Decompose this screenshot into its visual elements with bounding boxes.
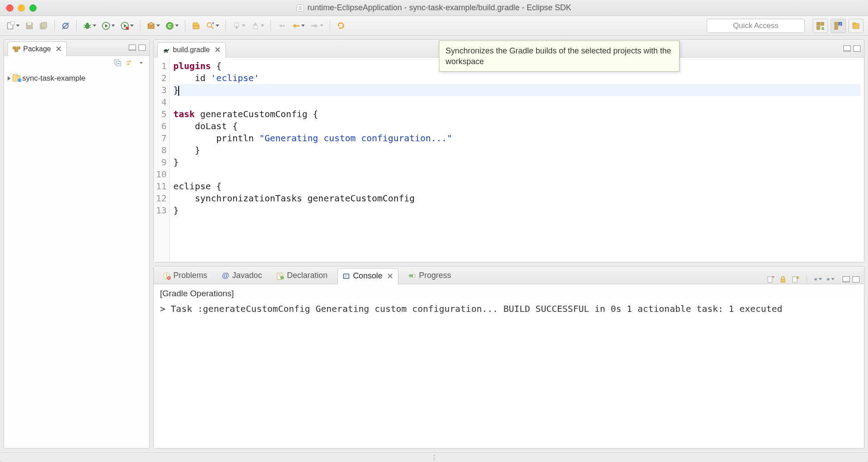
- display-console-button[interactable]: [814, 275, 822, 283]
- console-output[interactable]: > Task :generateCustomConfig Generating …: [154, 298, 864, 448]
- svg-rect-18: [126, 27, 129, 30]
- run-last-tool-button[interactable]: [119, 19, 135, 33]
- clear-console-button[interactable]: [766, 275, 774, 283]
- maximize-bottom-button[interactable]: [852, 276, 860, 282]
- collapse-all-button[interactable]: [114, 59, 122, 67]
- tooltip-text: Synchronizes the Gradle builds of the se…: [446, 46, 671, 66]
- scroll-lock-button[interactable]: [779, 275, 787, 283]
- minimize-editor-button[interactable]: [843, 45, 851, 52]
- code-area[interactable]: plugins { id 'eclipse' } task generateCu…: [170, 57, 864, 262]
- svg-point-24: [207, 23, 212, 27]
- minimize-view-button[interactable]: [129, 45, 136, 51]
- open-type-button[interactable]: [190, 19, 202, 33]
- svg-rect-3: [28, 23, 31, 25]
- svg-point-57: [167, 51, 168, 53]
- problems-tab[interactable]: Problems: [158, 268, 212, 284]
- editor-body[interactable]: 12345678910111213 plugins { id 'eclipse'…: [154, 57, 864, 262]
- console-icon: [342, 272, 350, 280]
- new-button[interactable]: [4, 19, 21, 33]
- svg-marker-27: [235, 27, 238, 29]
- svg-line-25: [211, 27, 213, 29]
- declaration-icon: [276, 272, 284, 280]
- svg-rect-1: [11, 21, 14, 25]
- javadoc-icon: @: [221, 272, 229, 280]
- svg-point-9: [86, 23, 89, 25]
- next-annotation-button[interactable]: [249, 19, 266, 33]
- maximize-view-button[interactable]: [139, 45, 146, 51]
- svg-rect-82: [827, 278, 829, 280]
- editor-tab-label: build.gradle: [173, 46, 210, 54]
- quick-access-field[interactable]: Quick Access: [707, 19, 805, 33]
- svg-marker-30: [279, 24, 282, 28]
- line-number-gutter: 12345678910111213: [154, 57, 170, 262]
- javadoc-tab[interactable]: @ Javadoc: [217, 268, 266, 284]
- svg-rect-23: [193, 26, 199, 29]
- maximize-window-button[interactable]: [29, 4, 37, 12]
- editor-panel: build.gradle ✕ Synchronizes the Gradle b…: [153, 39, 864, 262]
- declaration-tab[interactable]: Declaration: [272, 268, 332, 284]
- svg-text:C: C: [168, 23, 172, 29]
- forward-button[interactable]: [308, 19, 325, 33]
- project-tree-item[interactable]: sync-task-example: [8, 73, 146, 84]
- document-icon: [297, 4, 304, 12]
- svg-rect-28: [253, 25, 258, 29]
- pin-console-button[interactable]: [791, 275, 799, 283]
- search-button[interactable]: [204, 19, 221, 33]
- svg-rect-47: [13, 47, 16, 49]
- svg-rect-36: [817, 22, 820, 25]
- open-perspective-button[interactable]: +: [813, 19, 828, 33]
- svg-rect-73: [409, 275, 413, 277]
- debug-button[interactable]: [81, 19, 98, 33]
- progress-icon: [408, 272, 416, 280]
- refresh-gradle-button[interactable]: [335, 19, 347, 33]
- save-all-button[interactable]: [37, 19, 50, 33]
- progress-tab[interactable]: Progress: [404, 268, 455, 284]
- resource-perspective-button[interactable]: [848, 19, 864, 33]
- svg-marker-29: [254, 22, 257, 25]
- minimize-window-button[interactable]: [18, 4, 25, 12]
- view-menu-button[interactable]: [137, 59, 145, 67]
- svg-marker-55: [127, 63, 129, 65]
- close-editor-icon[interactable]: ✕: [214, 45, 221, 55]
- javadoc-tab-label: Javadoc: [232, 271, 262, 280]
- console-tab-label: Console: [353, 271, 382, 281]
- svg-rect-46: [853, 23, 856, 24]
- window-title-text: runtime-EclipseApplication - sync-task-e…: [307, 3, 571, 12]
- close-window-button[interactable]: [6, 4, 13, 12]
- skip-breakpoints-button[interactable]: [59, 19, 72, 33]
- svg-text:J: J: [839, 23, 841, 26]
- new-java-package-button[interactable]: [145, 19, 162, 33]
- problems-tab-label: Problems: [173, 271, 207, 280]
- link-with-editor-button[interactable]: [125, 59, 133, 67]
- new-java-class-button[interactable]: C: [164, 19, 180, 33]
- last-edit-location-button[interactable]: [275, 19, 288, 33]
- expand-caret-icon[interactable]: [8, 76, 11, 81]
- console-tab[interactable]: Console ✕: [337, 268, 398, 284]
- close-console-icon[interactable]: ✕: [387, 271, 393, 281]
- back-button[interactable]: [290, 19, 307, 33]
- maximize-editor-button[interactable]: [853, 45, 860, 52]
- svg-rect-38: [817, 26, 820, 29]
- project-name-label: sync-task-example: [22, 74, 86, 83]
- console-header-label: [Gradle Operations]: [154, 284, 864, 298]
- svg-point-79: [796, 276, 799, 279]
- eclipse-window: runtime-EclipseApplication - sync-task-e…: [0, 0, 868, 462]
- java-perspective-button[interactable]: J: [831, 19, 846, 33]
- minimize-bottom-button[interactable]: [843, 276, 850, 282]
- svg-rect-43: [835, 26, 838, 29]
- close-tab-icon[interactable]: ✕: [55, 44, 62, 54]
- svg-rect-45: [853, 24, 859, 29]
- run-button[interactable]: [100, 19, 117, 33]
- open-console-button[interactable]: [827, 275, 835, 283]
- status-bar: ⋮: [0, 452, 868, 462]
- console-toolbar: [766, 275, 860, 284]
- svg-line-12: [84, 27, 86, 28]
- editor-tab[interactable]: build.gradle ✕: [157, 42, 226, 57]
- svg-text:+: +: [823, 26, 825, 30]
- window-controls: [6, 4, 37, 12]
- tooltip-popup: Synchronizes the Gradle builds of the se…: [439, 41, 680, 72]
- package-explorer-tab[interactable]: Package ✕: [8, 41, 67, 57]
- save-button[interactable]: [23, 19, 36, 33]
- svg-rect-41: [835, 22, 838, 25]
- prev-annotation-button[interactable]: [230, 19, 247, 33]
